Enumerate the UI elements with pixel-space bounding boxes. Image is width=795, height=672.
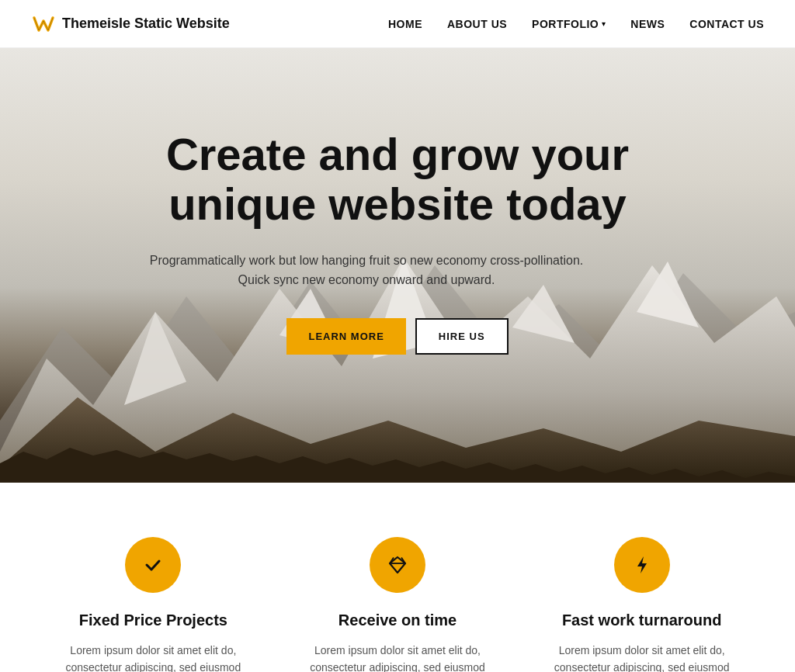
- features-section: Fixed Price Projects Lorem ipsum dolor s…: [0, 483, 795, 672]
- logo-text: Themeisle Static Website: [62, 16, 230, 32]
- hero-buttons: LEARN MORE HIRE US: [141, 318, 654, 355]
- nav-portfolio-wrapper[interactable]: PORTFOLIO ▾: [532, 18, 606, 30]
- feature-fixed-price: Fixed Price Projects Lorem ipsum dolor s…: [31, 537, 276, 672]
- hero-subtitle: Programmatically work but low hanging fr…: [141, 251, 592, 290]
- feature-fast-turnaround-desc: Lorem ipsum dolor sit amet elit do, cons…: [543, 642, 741, 672]
- hero-content: Create and grow your unique website toda…: [126, 130, 669, 355]
- diamond-icon: [387, 554, 408, 576]
- svg-marker-13: [637, 556, 647, 573]
- hero-title: Create and grow your unique website toda…: [141, 130, 654, 229]
- logo-icon: [31, 12, 56, 36]
- nav-portfolio[interactable]: PORTFOLIO: [532, 18, 599, 30]
- feature-fixed-price-title: Fixed Price Projects: [54, 611, 252, 629]
- hero-section: Create and grow your unique website toda…: [0, 48, 795, 483]
- main-nav: HOME ABOUT US PORTFOLIO ▾ NEWS CONTACT U…: [388, 18, 764, 30]
- feature-receive-on-time-title: Receive on time: [299, 611, 497, 629]
- lightning-icon: [631, 554, 653, 576]
- nav-news[interactable]: NEWS: [630, 18, 665, 30]
- logo[interactable]: Themeisle Static Website: [31, 12, 230, 36]
- hire-us-button[interactable]: HIRE US: [415, 318, 509, 355]
- learn-more-button[interactable]: LEARN MORE: [286, 318, 405, 355]
- feature-receive-on-time: Receive on time Lorem ipsum dolor sit am…: [276, 537, 520, 672]
- checkmark-icon: [142, 554, 164, 576]
- feature-receive-on-time-desc: Lorem ipsum dolor sit amet elit do, cons…: [299, 642, 497, 672]
- feature-fast-turnaround: Fast work turnaround Lorem ipsum dolor s…: [519, 537, 764, 672]
- feature-fixed-price-desc: Lorem ipsum dolor sit amet elit do, cons…: [54, 642, 252, 672]
- feature-icon-lightning: [614, 537, 670, 593]
- nav-contact[interactable]: CONTACT US: [689, 18, 764, 30]
- feature-icon-checkmark: [125, 537, 181, 593]
- nav-about[interactable]: ABOUT US: [447, 18, 507, 30]
- nav-home[interactable]: HOME: [388, 18, 422, 30]
- site-header: Themeisle Static Website HOME ABOUT US P…: [0, 0, 795, 48]
- feature-icon-diamond: [370, 537, 425, 593]
- chevron-down-icon: ▾: [602, 19, 606, 28]
- feature-fast-turnaround-title: Fast work turnaround: [543, 611, 741, 629]
